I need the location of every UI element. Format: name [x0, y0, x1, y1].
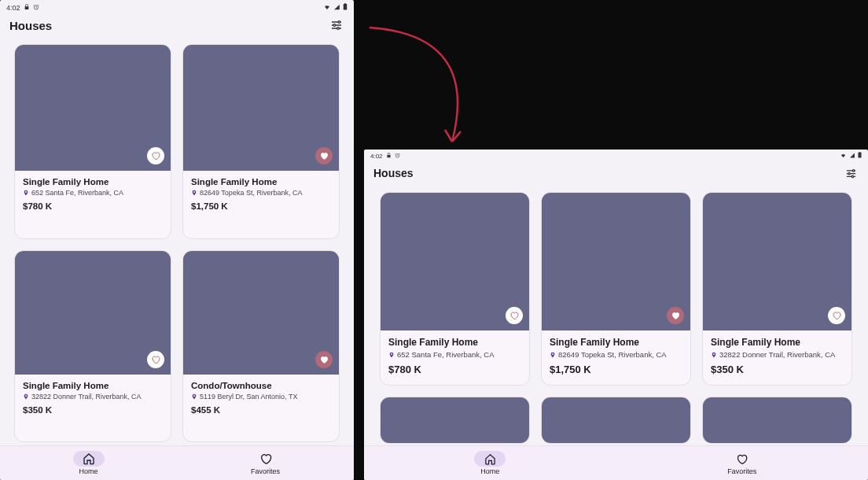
favorite-button[interactable]: [667, 307, 684, 324]
house-card[interactable]: [541, 397, 691, 444]
bottom-nav: Home Favorites: [364, 445, 868, 480]
house-price: $1,750 K: [550, 364, 682, 375]
favorite-button[interactable]: [315, 147, 333, 164]
house-image: [703, 193, 851, 330]
house-address: 82649 Topeka St, Riverbank, CA: [191, 189, 331, 197]
favorite-button[interactable]: [506, 307, 523, 324]
favorite-button[interactable]: [315, 351, 333, 368]
pin-icon: [23, 393, 29, 401]
heart-icon: [509, 311, 519, 320]
sliders-icon: [845, 168, 857, 179]
pin-icon: [550, 351, 556, 359]
house-card[interactable]: Single Family Home 32822 Donner Trail, R…: [14, 250, 171, 443]
page-title: Houses: [373, 167, 414, 179]
house-card[interactable]: Single Family Home 652 Santa Fe, Riverba…: [380, 192, 530, 386]
responsive-arrow-icon: [362, 20, 519, 153]
house-price: $780 K: [23, 201, 163, 211]
house-image: [542, 193, 690, 330]
favorite-button[interactable]: [828, 307, 845, 324]
nav-label: Favorites: [251, 467, 280, 475]
heart-icon: [151, 355, 160, 364]
status-time: 4:02: [370, 153, 383, 160]
svg-rect-8: [859, 152, 861, 153]
house-address: 82649 Topeka St, Riverbank, CA: [550, 350, 682, 359]
house-title: Single Family Home: [550, 337, 682, 348]
filter-button[interactable]: [329, 17, 344, 33]
alarm-icon: [33, 4, 39, 12]
house-image: [183, 45, 339, 171]
house-address: 652 Santa Fe, Riverbank, CA: [388, 350, 521, 359]
nav-label: Home: [79, 467, 97, 475]
house-image: [183, 251, 339, 375]
alarm-icon: [395, 153, 400, 160]
heart-icon: [319, 151, 329, 161]
svg-point-11: [851, 175, 854, 178]
svg-point-3: [338, 21, 340, 24]
svg-point-4: [333, 24, 336, 27]
svg-rect-1: [344, 4, 348, 10]
house-image: [381, 193, 529, 330]
nav-label: Favorites: [727, 467, 756, 475]
battery-icon: [858, 152, 862, 160]
home-icon: [83, 452, 95, 465]
svg-point-5: [337, 28, 340, 30]
battery-icon: [343, 3, 348, 12]
house-title: Single Family Home: [23, 381, 163, 390]
pin-icon: [191, 393, 197, 401]
page-title: Houses: [9, 19, 52, 32]
house-image: [15, 251, 171, 375]
tablet-frame: 4:02 Houses Single Family Home 652 Santa…: [364, 150, 868, 480]
house-price: $350 K: [23, 405, 163, 415]
lock-icon: [386, 153, 392, 160]
phone-frame: 4:02 Houses Single Family Home: [0, 0, 354, 480]
status-bar: 4:02: [364, 150, 868, 161]
house-address: 32822 Donner Trail, Riverbank, CA: [23, 393, 163, 401]
heart-icon: [671, 311, 680, 320]
home-icon: [484, 453, 496, 465]
favorite-button[interactable]: [147, 147, 164, 164]
signal-icon: [849, 153, 855, 160]
house-grid: Single Family Home 652 Santa Fe, Riverba…: [0, 36, 354, 445]
wifi-icon: [840, 153, 847, 160]
house-price: $350 K: [711, 364, 844, 375]
nav-tab-home[interactable]: Home: [364, 446, 616, 480]
house-price: $1,750 K: [191, 201, 331, 211]
nav-tab-favorites[interactable]: Favorites: [616, 446, 869, 480]
svg-point-10: [848, 172, 850, 175]
house-image: [542, 397, 690, 443]
lock-icon: [24, 4, 30, 12]
house-card[interactable]: Single Family Home 652 Santa Fe, Riverba…: [14, 44, 171, 239]
status-time: 4:02: [6, 4, 20, 12]
house-price: $780 K: [388, 364, 521, 375]
house-address: 652 Santa Fe, Riverbank, CA: [23, 189, 163, 197]
heart-icon: [151, 151, 160, 161]
house-address: 32822 Donner Trail, Riverbank, CA: [711, 350, 844, 359]
nav-label: Home: [480, 467, 499, 475]
heart-icon: [832, 311, 841, 320]
nav-tab-favorites[interactable]: Favorites: [177, 446, 354, 480]
house-card[interactable]: [380, 397, 530, 444]
pin-icon: [191, 189, 197, 197]
page-header: Houses: [364, 161, 868, 184]
favorite-button[interactable]: [147, 351, 164, 368]
house-card[interactable]: Single Family Home 82649 Topeka St, Rive…: [541, 192, 691, 386]
house-card[interactable]: [702, 397, 852, 444]
status-bar: 4:02: [0, 0, 354, 13]
filter-button[interactable]: [843, 165, 859, 181]
heart-icon: [259, 452, 272, 465]
svg-rect-2: [344, 3, 346, 4]
pin-icon: [23, 189, 29, 197]
house-title: Single Family Home: [711, 337, 844, 348]
heart-icon: [736, 453, 748, 465]
house-card[interactable]: Single Family Home 32822 Donner Trail, R…: [702, 192, 852, 386]
nav-tab-home[interactable]: Home: [0, 446, 177, 480]
wifi-icon: [323, 4, 331, 12]
house-title: Single Family Home: [388, 337, 521, 348]
svg-rect-7: [859, 153, 862, 158]
house-card[interactable]: Single Family Home 82649 Topeka St, Rive…: [182, 44, 340, 239]
pin-icon: [388, 351, 395, 359]
house-title: Single Family Home: [23, 177, 163, 186]
house-image: [703, 397, 851, 443]
house-card[interactable]: Condo/Townhouse 5119 Beryl Dr, San Anton…: [182, 250, 340, 443]
house-title: Condo/Townhouse: [191, 381, 331, 390]
